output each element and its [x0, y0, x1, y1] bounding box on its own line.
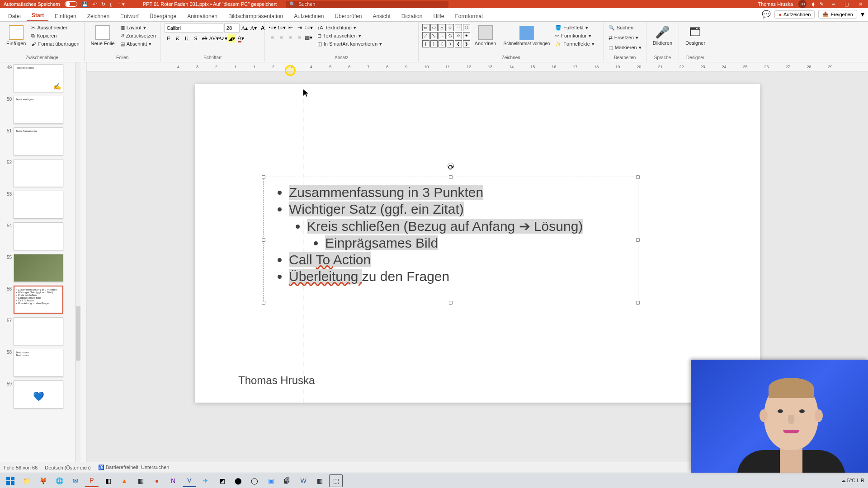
undo-icon[interactable]: ↶ [93, 1, 97, 7]
autosave-toggle[interactable] [65, 1, 77, 7]
shapes-gallery[interactable]: ▭⬭△◇→⬡ ／＼∟⬠☆✦ {}()❮❯ [422, 24, 470, 47]
tab-dictation[interactable]: Dictation [397, 10, 427, 21]
coming-soon-icon[interactable]: ⧫ [812, 1, 814, 7]
paste-button[interactable]: Einfügen [4, 23, 28, 48]
columns-button[interactable]: ▥▾ [305, 33, 313, 42]
word-icon[interactable]: W [297, 474, 310, 487]
increase-indent-button[interactable]: ⇥ [296, 23, 304, 32]
tab-formformat[interactable]: Formformat [450, 10, 487, 21]
font-name-input[interactable] [165, 23, 223, 33]
powerpoint-icon[interactable]: P [85, 474, 99, 487]
bold-button[interactable]: F [165, 34, 173, 42]
app-icon-5[interactable]: ◯ [248, 474, 261, 487]
horizontal-ruler[interactable]: 4321123456789101112131415161718192021222… [87, 62, 868, 71]
align-right-button[interactable]: ≡ [287, 33, 295, 42]
app-icon-8[interactable]: ⬚ [329, 474, 343, 487]
shape-fill-button[interactable]: 🪣Fülleffekt▾ [554, 23, 595, 32]
tab-start[interactable]: Start [27, 9, 48, 21]
resize-handle-sw[interactable] [262, 301, 265, 305]
thumbnails-scroll-thumb[interactable] [76, 306, 80, 361]
draw-mode-icon[interactable]: ✎ [820, 1, 824, 7]
redo-icon[interactable]: ↻ [101, 1, 105, 7]
quick-styles-button[interactable]: Schnellformat-vorlagen [501, 24, 553, 48]
resize-handle-se[interactable] [636, 301, 640, 305]
user-avatar[interactable]: TH [798, 0, 807, 8]
app-icon-2[interactable]: ▦ [134, 474, 147, 487]
font-size-input[interactable] [224, 23, 240, 33]
bullet-2-1-1[interactable]: Einprägsames Bild [325, 235, 629, 251]
convert-smartart-button[interactable]: ◫In SmartArt konvertieren▾ [316, 40, 383, 48]
slide-thumbnail-55[interactable] [14, 254, 63, 282]
slide-thumbnail-50[interactable]: Texte einfügen [14, 96, 63, 124]
numbering-button[interactable]: 1≡▾ [278, 23, 286, 32]
strike-button[interactable]: ab [201, 34, 209, 42]
start-button[interactable] [4, 474, 17, 487]
shape-effects-button[interactable]: ✨Formeffekte▾ [554, 40, 595, 48]
tab-hilfe[interactable]: Hilfe [429, 10, 448, 21]
decrease-font-icon[interactable]: A▾ [250, 24, 258, 32]
find-button[interactable]: 🔍Suchen [608, 23, 634, 32]
slide-thumbnail-59[interactable]: 💙 [14, 380, 63, 408]
app-icon-6[interactable]: 🗐 [280, 474, 294, 487]
bullet-3[interactable]: Call To Action [289, 252, 629, 267]
bullet-4[interactable]: Überleitung zu den Fragen [289, 269, 629, 284]
shape-outline-button[interactable]: ✏Formkontur▾ [554, 32, 595, 40]
thumbnails-scrollbar[interactable] [76, 62, 80, 462]
app-icon-4[interactable]: ◩ [215, 474, 229, 487]
present-from-start-icon[interactable]: ▯ [110, 1, 113, 7]
bullet-2[interactable]: Wichtiger Satz (ggf. ein Zitat) Kreis sc… [289, 202, 629, 251]
resize-handle-nw[interactable] [262, 175, 265, 179]
rotate-handle[interactable]: ⟳ [448, 163, 454, 169]
bullet-2-1[interactable]: Kreis schließen (Bezug auf Anfang ➔ Lösu… [307, 218, 629, 251]
app-icon-7[interactable]: ▥ [313, 474, 326, 487]
underline-button[interactable]: U [183, 34, 191, 42]
weather-widget[interactable]: ☁ 5°C L R [841, 478, 864, 483]
format-painter-button[interactable]: 🖌Format übertragen [30, 40, 80, 48]
select-button[interactable]: ⬚Markieren▾ [608, 43, 642, 52]
slide-thumbnail-57[interactable] [14, 317, 63, 345]
char-spacing-button[interactable]: AV▾ [210, 34, 218, 42]
line-spacing-button[interactable]: ↕≡▾ [305, 23, 313, 32]
designer-button[interactable]: 🗔Designer [683, 23, 708, 47]
slide-thumbnail-58[interactable]: Text boxenText boxes [14, 349, 63, 377]
resize-handle-w[interactable] [262, 238, 265, 242]
increase-font-icon[interactable]: A▴ [241, 24, 249, 32]
firefox-icon[interactable]: 🦊 [36, 474, 50, 487]
ribbon-options-icon[interactable]: ▾ [861, 10, 864, 19]
arrange-button[interactable]: Anordnen [472, 23, 499, 48]
layout-button[interactable]: ▦Layout▾ [119, 23, 157, 32]
replace-button[interactable]: ⇄Ersetzen▾ [608, 33, 639, 42]
zoom-icon[interactable]: ▣ [264, 474, 278, 487]
minimize-button[interactable]: ━ [829, 1, 837, 7]
text-direction-button[interactable]: ↕ATextrichtung▾ [316, 23, 383, 32]
outlook-icon[interactable]: ✉ [69, 474, 82, 487]
tab-bildschirmpräsentation[interactable]: Bildschirmpräsentation [224, 10, 288, 21]
slide-thumbnail-51[interactable]: Texte formatieren [14, 127, 63, 155]
align-center-button[interactable]: ≡ [278, 33, 286, 42]
bullets-button[interactable]: •≡▾ [269, 23, 277, 32]
font-color-button[interactable]: A▾ [237, 34, 245, 42]
close-button[interactable]: ✕ [856, 1, 864, 7]
share-button[interactable]: 📤Freigeben [818, 10, 857, 19]
telegram-icon[interactable]: ✈ [199, 474, 212, 487]
chrome-icon[interactable]: 🌐 [52, 474, 66, 487]
slide-thumbnail-54[interactable] [14, 222, 63, 250]
tab-überprüfen[interactable]: Überprüfen [330, 10, 366, 21]
more-qat-icon[interactable]: ⋯▾ [117, 1, 125, 7]
record-button[interactable]: ●Aufzeichnen [774, 10, 815, 19]
slide-thumbnail-56[interactable]: • Zusammenfassung in 3 Punkten• Wichtige… [14, 286, 63, 314]
slide-footer-author[interactable]: Thomas Hruska [238, 374, 315, 387]
tab-entwurf[interactable]: Entwurf [116, 10, 143, 21]
tab-einfügen[interactable]: Einfügen [50, 10, 80, 21]
app-icon-3[interactable]: ● [150, 474, 164, 487]
tab-animationen[interactable]: Animationen [183, 10, 222, 21]
cut-button[interactable]: ✂Ausschneiden [30, 23, 80, 32]
resize-handle-ne[interactable] [636, 175, 640, 179]
slide-thumbnail-49[interactable]: Präsenter / Klicker✍ [14, 64, 63, 92]
dictate-button[interactable]: 🎤Diktieren [650, 23, 675, 47]
shadow-button[interactable]: S [192, 34, 200, 42]
slide-canvas[interactable]: ⟳ Zusammenfassung in 3 Punkten Wichtiger… [195, 84, 760, 403]
obs-icon[interactable]: ⬤ [231, 474, 245, 487]
visio-icon[interactable]: V [183, 474, 196, 487]
slide-thumbnail-52[interactable] [14, 159, 63, 187]
